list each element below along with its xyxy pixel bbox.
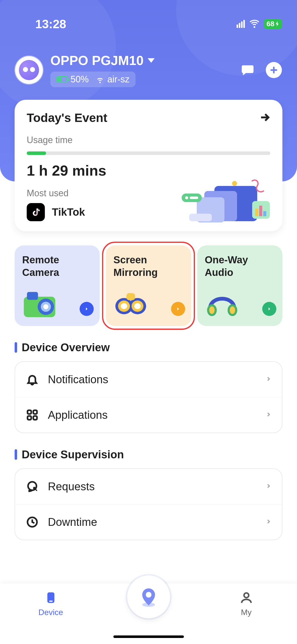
- svg-point-10: [232, 181, 237, 186]
- battery-percent: 68: [267, 20, 274, 28]
- downtime-item[interactable]: Downtime: [15, 504, 282, 540]
- wifi-icon: [249, 18, 259, 29]
- chevron-right-icon: [265, 376, 272, 383]
- svg-point-25: [134, 303, 141, 309]
- tab-bar: Device My: [0, 584, 297, 644]
- svg-point-42: [244, 593, 249, 598]
- device-icon: [44, 591, 58, 605]
- camera-icon: [21, 287, 58, 320]
- headphones-icon: [203, 287, 241, 320]
- device-overview-section: Device Overview Notifications Applicatio…: [0, 326, 297, 433]
- arrow-right-icon: [80, 302, 94, 316]
- status-bar: 13:28 68: [0, 0, 297, 35]
- binoculars-icon: [112, 287, 150, 320]
- todays-event-card[interactable]: Today's Event Usage time 1 h 29 mins Mos…: [15, 100, 282, 231]
- bell-icon: [25, 372, 39, 387]
- device-stats: 50% air-sz: [50, 72, 136, 87]
- device-header: OPPO PGJM10 50% air-sz: [0, 35, 297, 87]
- svg-rect-32: [33, 410, 37, 414]
- screen-mirroring-card[interactable]: Screen Mirroring: [106, 245, 191, 326]
- tab-location[interactable]: [127, 575, 170, 618]
- tab-my[interactable]: My: [221, 591, 272, 617]
- feature-cards-row: Remote Camera Screen Mirroring One-Way A: [0, 231, 297, 326]
- device-name: OPPO PGJM10: [50, 53, 144, 68]
- usage-progress-bar: [27, 151, 270, 155]
- svg-rect-16: [27, 292, 38, 300]
- svg-rect-39: [49, 601, 53, 602]
- svg-point-41: [146, 592, 151, 598]
- apps-grid-icon: [25, 408, 39, 422]
- battery-indicator: 68: [264, 19, 282, 29]
- add-button[interactable]: [266, 62, 282, 78]
- chevron-right-icon: [265, 518, 272, 526]
- chevron-right-icon: [265, 483, 272, 490]
- arrow-right-icon: [259, 112, 270, 124]
- event-illustration: [167, 176, 272, 226]
- status-time: 13:28: [35, 17, 66, 31]
- svg-point-29: [209, 306, 214, 314]
- device-supervision-section: Device Supervision Requests Downtime: [0, 433, 297, 540]
- device-selector[interactable]: OPPO PGJM10: [50, 53, 240, 68]
- device-battery: 50%: [56, 74, 89, 85]
- event-card-title: Today's Event: [27, 111, 107, 125]
- svg-rect-12: [255, 209, 258, 216]
- remote-camera-card[interactable]: Remote Camera: [15, 245, 100, 326]
- svg-point-19: [43, 304, 48, 309]
- svg-rect-31: [27, 410, 31, 414]
- svg-rect-34: [33, 416, 37, 420]
- list-item-label: Downtime: [48, 516, 257, 528]
- avatar[interactable]: [15, 56, 43, 84]
- tab-label: Device: [39, 608, 63, 617]
- arrow-right-icon: [262, 302, 276, 316]
- usage-time-label: Usage time: [27, 135, 270, 145]
- list-item-label: Notifications: [48, 373, 257, 386]
- svg-rect-33: [27, 416, 31, 420]
- home-indicator: [113, 635, 184, 638]
- request-icon: [25, 479, 39, 494]
- arrow-right-icon: [171, 302, 185, 316]
- svg-rect-6: [189, 214, 212, 221]
- profile-icon: [239, 591, 253, 605]
- device-wifi: air-sz: [96, 74, 129, 85]
- svg-rect-14: [263, 211, 266, 216]
- chevron-right-icon: [265, 411, 272, 419]
- svg-point-36: [33, 487, 36, 489]
- svg-rect-9: [190, 197, 198, 199]
- list-item-label: Applications: [48, 409, 257, 421]
- requests-item[interactable]: Requests: [15, 469, 282, 504]
- section-title: Device Supervision: [22, 448, 124, 461]
- battery-icon: [56, 76, 68, 83]
- cellular-signal-icon: [237, 20, 245, 28]
- feature-title: Screen Mirroring: [113, 253, 183, 279]
- applications-item[interactable]: Applications: [15, 397, 282, 433]
- notifications-item[interactable]: Notifications: [15, 362, 282, 397]
- tab-device[interactable]: Device: [26, 591, 76, 617]
- status-icons: 68: [237, 18, 282, 29]
- one-way-audio-card[interactable]: One-Way Audio: [197, 245, 282, 326]
- most-used-app-name: TikTok: [52, 206, 85, 218]
- svg-point-30: [230, 306, 235, 314]
- tiktok-icon: [27, 203, 45, 221]
- messages-button[interactable]: [240, 62, 256, 78]
- feature-title: Remote Camera: [22, 253, 92, 279]
- section-title: Device Overview: [22, 341, 110, 354]
- svg-point-24: [121, 303, 127, 309]
- list-item-label: Requests: [48, 480, 257, 493]
- svg-rect-26: [126, 293, 135, 300]
- chevron-down-icon: [148, 58, 155, 63]
- feature-title: One-Way Audio: [205, 253, 275, 279]
- svg-rect-13: [259, 206, 262, 216]
- tab-label: My: [241, 608, 252, 617]
- svg-point-8: [185, 196, 188, 199]
- clock-icon: [25, 515, 39, 529]
